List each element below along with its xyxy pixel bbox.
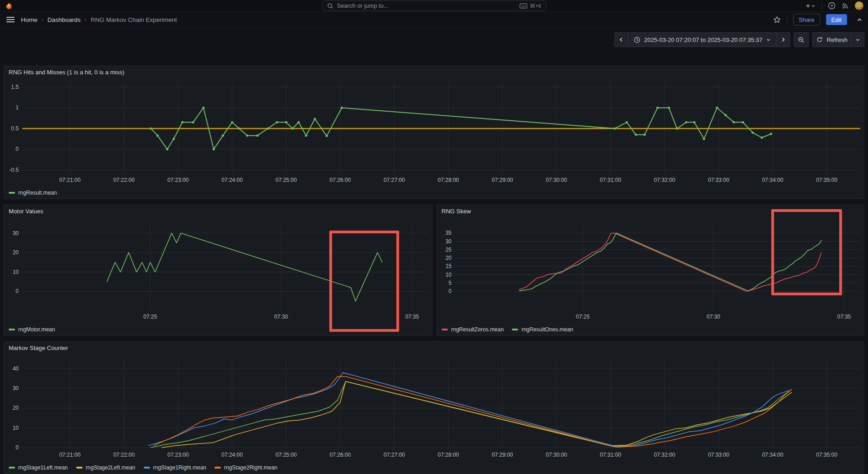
breadcrumb-current: RNG Markov Chain Experiment [91,16,177,23]
time-series-chart[interactable]: 01020304007:21:0007:22:0007:23:0007:24:0… [4,355,864,462]
legend-item-rngStage2Left.mean[interactable]: rngStage2Left.mean [76,464,135,471]
panel-title[interactable]: Markov Stage Counter [4,342,864,355]
breadcrumb: Home › Dashboards › RNG Markov Chain Exp… [21,16,177,23]
svg-text:07:21:00: 07:21:00 [59,452,81,458]
svg-text:07:26:00: 07:26:00 [330,177,351,183]
legend-swatch [76,467,83,469]
chart-legend: rngResult.mean [9,188,57,197]
panel-title[interactable]: RNG Hits and Misses (1 is a hit, 0 is a … [4,66,864,79]
time-series-chart[interactable]: -0.500.511.507:21:0007:22:0007:23:0007:2… [4,79,864,187]
legend-swatch [442,329,448,330]
share-button[interactable]: Share [793,14,820,26]
series-rngStage2Right.mean [154,376,791,447]
svg-text:07:29:00: 07:29:00 [492,452,513,458]
svg-text:07:24:00: 07:24:00 [221,177,243,183]
menu-icon[interactable] [6,17,15,22]
svg-text:07:24:00: 07:24:00 [221,452,243,458]
edit-button[interactable]: Edit [826,14,847,25]
svg-text:07:34:00: 07:34:00 [762,177,784,183]
time-shift-forward-button[interactable] [776,32,790,47]
refresh-button[interactable]: Refresh [812,32,852,47]
legend-label: rngMotor.mean [18,326,55,333]
legend-item-rngResultOnes.mean[interactable]: rngResultOnes.mean [512,326,573,333]
series-rngStage1Right.mean [148,373,789,448]
legend-swatch [214,467,221,469]
svg-text:30: 30 [13,230,19,237]
help-icon[interactable]: ? [828,2,836,10]
svg-text:20: 20 [13,405,19,411]
svg-text:07:35: 07:35 [405,314,419,320]
refresh-interval-button[interactable] [851,32,864,47]
search-icon [327,3,333,9]
panel-markov-stage-counter: Markov Stage Counter 01020304007:21:0007… [4,341,864,474]
svg-text:0: 0 [448,288,452,294]
chevron-up-icon[interactable] [857,17,863,23]
legend-label: rngStage1Left.mean [18,464,68,471]
breadcrumb-bar: Home › Dashboards › RNG Markov Chain Exp… [0,11,868,28]
chart-canvas: -0.500.511.507:21:0007:22:0007:23:0007:2… [4,79,864,187]
chevron-down-icon [766,37,771,42]
legend-item-rngStage1Right.mean[interactable]: rngStage1Right.mean [144,464,207,471]
svg-text:5: 5 [448,280,452,286]
legend-item-rngStage2Right.mean[interactable]: rngStage2Right.mean [214,464,277,471]
svg-text:15: 15 [446,263,452,269]
star-icon[interactable] [773,16,781,24]
top-navbar: Search or jump to... ⌘+k + ? [0,0,868,12]
svg-text:07:32:00: 07:32:00 [654,452,676,458]
zoom-out-button[interactable] [794,32,809,47]
zoom-out-icon [798,36,805,43]
svg-text:20: 20 [13,249,19,256]
svg-text:07:23:00: 07:23:00 [167,452,189,458]
breadcrumb-dashboards[interactable]: Dashboards [47,16,81,23]
svg-text:07:22:00: 07:22:00 [113,452,135,458]
time-range-picker[interactable]: 2025-03-20 07:20:07 to 2025-03-20 07:35:… [628,32,777,47]
svg-text:0: 0 [16,444,19,451]
time-range-text: 2025-03-20 07:20:07 to 2025-03-20 07:35:… [644,36,763,43]
svg-text:07:30:00: 07:30:00 [546,177,567,183]
panel-title[interactable]: Motor Values [4,205,432,218]
svg-text:07:34:00: 07:34:00 [762,452,784,458]
svg-text:07:21:00: 07:21:00 [59,177,81,183]
svg-text:40: 40 [13,366,19,372]
clock-icon [634,36,640,43]
plus-icon: + [806,2,810,10]
panel-motor-values: Motor Values 010203007:2507:3007:35 rngM… [4,205,432,336]
svg-text:0: 0 [16,146,19,152]
svg-text:?: ? [831,3,833,8]
svg-text:07:33:00: 07:33:00 [708,452,729,458]
legend-item-rngResult.mean[interactable]: rngResult.mean [9,190,57,196]
svg-text:-0.5: -0.5 [9,167,19,173]
refresh-icon [816,36,823,43]
legend-label: rngStage2Right.mean [224,464,277,471]
add-button[interactable]: + [806,2,816,10]
svg-text:07:30: 07:30 [707,314,720,320]
svg-text:07:30: 07:30 [274,314,288,320]
svg-text:07:27:00: 07:27:00 [384,177,405,183]
search-input[interactable]: Search or jump to... ⌘+k [322,0,546,11]
grafana-logo-icon[interactable] [5,1,13,10]
svg-text:35: 35 [446,230,452,236]
chart-legend: rngStage1Left.meanrngStage2Left.meanrngS… [9,463,277,472]
legend-label: rngResultOnes.mean [521,326,573,333]
refresh-label: Refresh [826,36,847,43]
chart-legend: rngResultZeros.meanrngResultOnes.mean [442,325,573,334]
news-rss-icon[interactable] [842,2,849,10]
svg-text:0: 0 [16,288,19,294]
user-avatar[interactable] [855,1,863,10]
legend-item-rngStage1Left.mean[interactable]: rngStage1Left.mean [9,464,68,471]
chevron-left-icon [619,37,624,42]
svg-text:07:26:00: 07:26:00 [330,452,351,458]
time-controls: 2025-03-20 07:20:07 to 2025-03-20 07:35:… [614,32,864,47]
svg-text:10: 10 [446,272,452,278]
breadcrumb-home[interactable]: Home [21,16,37,23]
time-range-group: 2025-03-20 07:20:07 to 2025-03-20 07:35:… [614,32,790,47]
legend-item-rngResultZeros.mean[interactable]: rngResultZeros.mean [442,326,504,333]
time-shift-back-button[interactable] [614,32,628,47]
legend-swatch [512,329,518,330]
svg-text:07:35: 07:35 [837,314,851,320]
annotation-box [329,231,399,332]
chevron-right-icon: › [42,16,43,23]
legend-swatch [144,467,150,469]
legend-item-rngMotor.mean[interactable]: rngMotor.mean [9,326,55,333]
legend-label: rngResultZeros.mean [451,326,504,333]
